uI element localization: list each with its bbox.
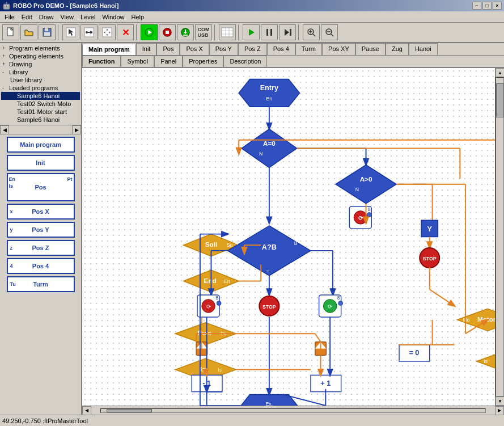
svg-text:En: En [266, 96, 272, 102]
tree-test02[interactable]: Test02 Switch Moto [1, 100, 80, 108]
block-pos-y[interactable]: y Pos Y [7, 222, 75, 238]
tab-pos[interactable]: Pos [156, 43, 180, 55]
maximize-button[interactable]: □ [482, 2, 492, 10]
stop-button[interactable] [159, 24, 176, 40]
tree-label: Loaded programs [9, 85, 58, 91]
tree-drawing[interactable]: + Drawing [1, 60, 80, 68]
grid-button[interactable] [219, 24, 236, 40]
vertical-scrollbar[interactable]: ▲ ▼ [495, 68, 504, 406]
a-gt-0-shape[interactable] [336, 165, 396, 204]
tree-operating-elements[interactable]: + Operating elements [1, 52, 80, 60]
h-scroll-thumb[interactable] [107, 409, 152, 412]
tab-hanoi[interactable]: Hanoi [409, 43, 438, 55]
svg-line-112 [430, 289, 455, 306]
svg-text:A: A [234, 241, 238, 246]
step-button[interactable] [279, 24, 296, 40]
svg-text:End: End [204, 277, 216, 284]
tree-sample6-hanoi-2[interactable]: Sample6 Hanoi [1, 116, 80, 124]
left-panel: + Program elements + Operating elements … [0, 43, 82, 415]
tree-label: Program elements [9, 45, 60, 52]
menu-window[interactable]: Window [99, 12, 128, 22]
toolbar: ✕ COMUSB [0, 23, 504, 43]
h-scroll-track[interactable] [100, 408, 486, 413]
block-pos[interactable]: EnIs Pos Pt [7, 173, 75, 201]
delete-button[interactable]: ✕ [117, 24, 134, 40]
tab-pos-xy[interactable]: Pos XY [322, 43, 355, 55]
play-button[interactable] [243, 24, 260, 40]
menu-level[interactable]: Level [77, 12, 99, 22]
menu-help[interactable]: Help [128, 12, 147, 22]
menu-file[interactable]: File [1, 12, 18, 22]
tab-turm[interactable]: Turm [295, 43, 322, 55]
new-button[interactable] [2, 24, 19, 40]
block-main-program[interactable]: Main program [7, 137, 75, 153]
cursor-button[interactable] [62, 24, 79, 40]
scroll-right-h-button[interactable]: ▶ [495, 406, 504, 415]
tab-pos-x[interactable]: Pos X [180, 43, 209, 55]
minimize-button[interactable]: − [472, 2, 481, 10]
block-init[interactable]: Init [7, 155, 75, 171]
svg-rect-12 [166, 31, 169, 34]
run-button[interactable] [141, 24, 158, 40]
pause-button[interactable] [261, 24, 278, 40]
horizontal-scrollbar[interactable]: ◀ ▶ [82, 406, 504, 415]
app-icon: 🤖 [2, 2, 11, 10]
tree-test01[interactable]: Test01 Motor start [1, 108, 80, 116]
download-button[interactable] [177, 24, 194, 40]
tree-loaded-programs[interactable]: - Loaded programs [1, 84, 80, 92]
com-button[interactable]: COMUSB [195, 24, 212, 40]
a-eq-0-shape[interactable] [242, 129, 297, 167]
tab-properties[interactable]: Properties [183, 56, 223, 67]
block-pos-x[interactable]: x Pos X [7, 204, 75, 220]
open-button[interactable] [20, 24, 37, 40]
titlebar: 🤖 ROBO Pro DEMO - [Sample6 Hanoi] − □ × [0, 0, 504, 11]
scroll-left-h-button[interactable]: ◀ [82, 406, 91, 415]
tab-pos-z[interactable]: Pos Z [238, 43, 267, 55]
block-pos-4[interactable]: 4 Pos 4 [7, 258, 75, 274]
menu-edit[interactable]: Edit [18, 12, 36, 22]
close-button[interactable]: × [493, 2, 502, 10]
svg-text:>: > [304, 256, 307, 261]
entry-shape[interactable] [239, 79, 299, 107]
save-button[interactable] [39, 24, 56, 40]
scroll-up-button[interactable]: ▲ [495, 68, 504, 77]
expand-icon: + [2, 61, 8, 67]
scroll-right-button[interactable]: ▶ [72, 125, 81, 134]
tree-library[interactable]: - Library [1, 68, 80, 76]
tree-user-library[interactable]: User library [1, 76, 80, 84]
tab-zug[interactable]: Zug [386, 43, 409, 55]
tab-pause[interactable]: Pause [355, 43, 386, 55]
connect-button[interactable] [81, 24, 98, 40]
sep4 [238, 24, 240, 40]
tab-function[interactable]: Function [82, 56, 121, 67]
tab-pos-y[interactable]: Pos Y [209, 43, 238, 55]
menu-view[interactable]: View [57, 12, 77, 22]
canvas-area[interactable]: Entry En A=0 N A A>0 N [82, 68, 495, 406]
tree-label: Drawing [9, 61, 32, 68]
scroll-left-button[interactable]: ◀ [0, 125, 9, 134]
main-area: + Program elements + Operating elements … [0, 43, 504, 415]
tab-panel[interactable]: Panel [154, 56, 183, 67]
svg-text:B: B [294, 241, 298, 246]
tab-main-program[interactable]: Main program [82, 44, 136, 56]
tree-program-elements[interactable]: + Program elements [1, 44, 80, 52]
svg-text:=: = [266, 268, 269, 274]
menu-draw[interactable]: Draw [36, 12, 57, 22]
tree-sample6-hanoi-1[interactable]: Sample6 Hanoi [1, 92, 80, 100]
titlebar-left: 🤖 ROBO Pro DEMO - [Sample6 Hanoi] [2, 2, 118, 10]
tab-symbol[interactable]: Symbol [121, 56, 154, 67]
zoom-out-button[interactable] [321, 24, 338, 40]
block-turm[interactable]: Tu Turm [7, 276, 75, 292]
svg-text:A?B: A?B [262, 243, 277, 251]
move-button[interactable] [99, 24, 116, 40]
block-pos-z[interactable]: z Pos Z [7, 240, 75, 256]
tab-init[interactable]: Init [136, 43, 157, 55]
tab-description[interactable]: Description [223, 56, 267, 67]
svg-text:Soll: Soll [205, 241, 217, 248]
tab-pos-4[interactable]: Pos 4 [267, 43, 295, 55]
tree-label: Operating elements [9, 53, 63, 60]
scroll-down-button[interactable]: ▼ [495, 397, 504, 406]
zoom-in-button[interactable] [303, 24, 320, 40]
expand-icon: + [2, 53, 8, 59]
v-scroll-thumb[interactable] [496, 83, 504, 117]
